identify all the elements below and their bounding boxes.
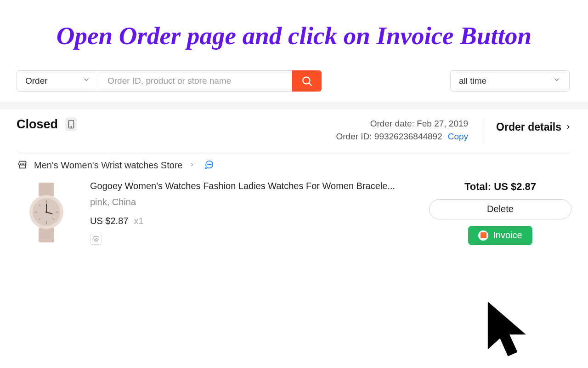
horizontal-divider	[17, 152, 571, 152]
order-meta: Order date: Feb 27, 2019 Order ID: 99326…	[336, 117, 468, 144]
store-row: Men's Women's Wrist watches Store	[17, 160, 571, 172]
chevron-down-icon	[82, 75, 90, 86]
total-value: US $2.87	[494, 181, 536, 192]
search-input[interactable]	[99, 70, 292, 92]
chat-icon[interactable]	[204, 160, 214, 172]
store-icon	[17, 160, 28, 172]
copy-order-id-link[interactable]: Copy	[448, 130, 468, 144]
order-id-label: Order ID:	[336, 132, 372, 141]
search-type-select[interactable]: Order	[17, 70, 99, 92]
order-id-row: Order ID: 99326236844892 Copy	[336, 130, 468, 144]
orders-toolbar: Order all time	[0, 70, 588, 100]
quantity: x1	[134, 216, 143, 226]
page-title: Open Order page and click on Invoice But…	[18, 20, 570, 52]
delete-button[interactable]: Delete	[429, 199, 571, 219]
svg-line-1	[309, 83, 311, 85]
order-date-row: Order date: Feb 27, 2019	[336, 117, 468, 131]
chevron-down-icon	[553, 75, 561, 86]
svg-rect-9	[39, 228, 54, 242]
svg-point-3	[71, 126, 72, 127]
price-line: US $2.87 x1	[90, 216, 415, 226]
search-button[interactable]	[292, 70, 322, 92]
svg-point-4	[208, 164, 208, 165]
invoice-button[interactable]: Invoice	[468, 226, 532, 245]
order-status: Closed	[17, 117, 58, 132]
time-range-select[interactable]: all time	[450, 70, 570, 92]
svg-point-22	[45, 211, 47, 213]
svg-point-5	[209, 164, 209, 165]
unit-price: US $2.87	[90, 216, 128, 226]
order-header-right: Order date: Feb 27, 2019 Order ID: 99326…	[336, 117, 571, 144]
search-icon	[301, 75, 313, 87]
order-date-value: Feb 27, 2019	[417, 119, 468, 128]
order-status-wrap: Closed	[17, 117, 77, 132]
vertical-divider	[482, 118, 482, 143]
time-range-label: all time	[459, 76, 486, 86]
buyer-protection-icon	[90, 233, 102, 245]
svg-marker-23	[488, 302, 526, 356]
order-date-label: Order date:	[370, 119, 414, 128]
product-info: Gogoey Women's Watches Fashion Ladies Wa…	[90, 180, 415, 245]
search-type-label: Order	[25, 76, 48, 86]
invoice-badge-icon	[478, 230, 488, 241]
total-label: Total:	[464, 181, 491, 192]
invoice-button-label: Invoice	[493, 230, 522, 241]
store-name-link[interactable]: Men's Women's Wrist watches Store	[34, 160, 183, 171]
chevron-right-icon	[189, 161, 195, 170]
search-filter-group: Order	[17, 70, 322, 92]
order-details-label: Order details	[496, 121, 561, 133]
mobile-icon	[65, 117, 77, 131]
search-input-wrap	[99, 70, 292, 92]
svg-point-6	[210, 164, 211, 165]
product-variant: pink, China	[90, 197, 415, 207]
svg-rect-8	[39, 183, 54, 196]
product-image[interactable]	[17, 180, 76, 244]
order-card: Closed Order date: Feb 27, 2019 Order ID…	[0, 109, 588, 245]
order-total: Total: US $2.87	[464, 181, 536, 193]
product-title-link[interactable]: Gogoey Women's Watches Fashion Ladies Wa…	[90, 181, 415, 191]
order-details-link[interactable]: Order details	[496, 117, 571, 133]
chevron-right-icon	[565, 122, 571, 132]
product-row: Gogoey Women's Watches Fashion Ladies Wa…	[17, 180, 571, 245]
cursor-pointer-icon	[481, 299, 537, 368]
section-divider	[0, 102, 588, 109]
order-actions-column: Total: US $2.87 Delete Invoice	[429, 180, 571, 245]
order-id-value: 99326236844892	[374, 132, 442, 141]
order-header: Closed Order date: Feb 27, 2019 Order ID…	[17, 117, 571, 144]
